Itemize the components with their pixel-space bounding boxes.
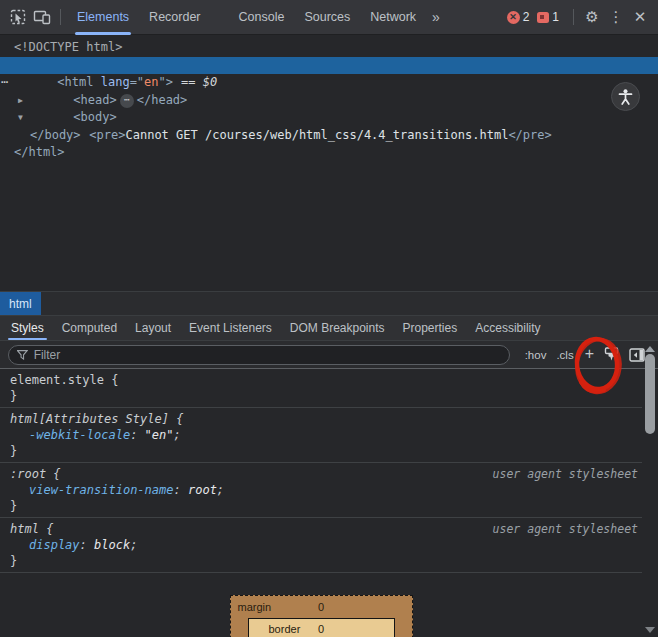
tree-node-pre[interactable]: <pre>Cannot GET /courses/web/html_css/4.… [0, 109, 658, 127]
device-toolbar-icon[interactable] [30, 5, 54, 29]
element-classes-button[interactable]: .cls [556, 349, 573, 361]
new-style-rule-button[interactable]: + [585, 345, 594, 363]
stylesheet-origin-label: user agent stylesheet [493, 521, 642, 537]
tree-node-html-close[interactable]: </html> [0, 144, 658, 162]
tab-styles[interactable]: Styles [2, 316, 53, 340]
more-tabs-icon[interactable]: » [426, 9, 446, 25]
css-property[interactable]: -webkit-locale: "en"; [10, 427, 642, 443]
tab-accessibility[interactable]: Accessibility [466, 316, 549, 340]
styles-tabbar: Styles Computed Layout Event Listeners D… [0, 316, 658, 341]
border-label: border [269, 619, 301, 637]
tree-node-body-open[interactable]: ▼<body> [0, 92, 658, 110]
error-count: 2 [523, 10, 530, 24]
style-rule-html[interactable]: html {user agent stylesheet display: blo… [0, 518, 642, 573]
tree-node-html-selected[interactable]: ⋯<html lang="en">== $0 [0, 57, 658, 75]
box-model-diagram[interactable]: margin0 border0 [230, 595, 413, 637]
tab-event-listeners[interactable]: Event Listeners [180, 316, 281, 340]
style-rule-root[interactable]: :root {user agent stylesheet view-transi… [0, 463, 642, 518]
close-icon[interactable]: ✕ [628, 5, 652, 29]
scroll-up-arrow-icon[interactable] [645, 346, 655, 352]
margin-label: margin [238, 596, 272, 618]
tree-node-head[interactable]: ▶<head>⋯</head> [0, 74, 658, 92]
style-rule-attributes[interactable]: html[Attributes Style] { -webkit-locale:… [0, 408, 642, 463]
devtools-window: Elements Recorder Console Sources Networ… [0, 0, 658, 637]
toolbar-divider [573, 9, 574, 25]
tab-computed[interactable]: Computed [53, 316, 126, 340]
tab-elements[interactable]: Elements [67, 0, 139, 35]
tab-recorder[interactable]: Recorder [139, 0, 210, 35]
issues-badge[interactable]: 1 [537, 10, 559, 24]
tab-layout[interactable]: Layout [126, 316, 180, 340]
error-icon: ✕ [507, 11, 520, 24]
breadcrumb-item-html[interactable]: html [0, 292, 41, 315]
settings-gear-icon[interactable]: ⚙ [580, 5, 604, 29]
tab-sources[interactable]: Sources [294, 0, 360, 35]
inspect-element-icon[interactable] [6, 5, 30, 29]
tab-dom-breakpoints[interactable]: DOM Breakpoints [281, 316, 394, 340]
scrollbar-thumb[interactable] [645, 354, 655, 434]
breadcrumb: html [0, 291, 658, 316]
rendering-emulations-brush-icon[interactable] [600, 344, 622, 366]
tree-node-body-close[interactable]: </body> [0, 127, 658, 145]
issues-count: 1 [552, 10, 559, 24]
style-rule-element-style[interactable]: element.style { } [0, 369, 642, 408]
tree-node-doctype[interactable]: <!DOCTYPE html> [0, 39, 658, 57]
accessibility-overlay-button[interactable] [611, 82, 640, 111]
kebab-menu-icon[interactable]: ⋮ [604, 5, 628, 29]
devtools-toolbar: Elements Recorder Console Sources Networ… [0, 0, 658, 35]
tab-network[interactable]: Network [360, 0, 426, 35]
box-model-border[interactable]: border0 [248, 618, 395, 637]
scroll-down-arrow-icon[interactable] [645, 627, 655, 633]
filter-field[interactable] [8, 345, 510, 365]
css-property[interactable]: view-transition-name: root; [10, 482, 642, 498]
issues-icon [537, 12, 549, 23]
box-model-margin[interactable]: margin0 border0 [230, 595, 413, 637]
tab-properties[interactable]: Properties [394, 316, 467, 340]
accessibility-person-icon [617, 88, 634, 106]
toolbar-divider [60, 9, 61, 25]
css-property[interactable]: display: block; [10, 537, 642, 553]
filter-funnel-icon [17, 350, 28, 360]
toggle-element-state-button[interactable]: :hov [525, 349, 547, 361]
styles-pane: element.style { } html[Attributes Style]… [0, 369, 658, 637]
filter-input[interactable] [34, 348, 501, 362]
styles-filter-bar: :hov .cls + [0, 341, 658, 369]
elements-tree: <!DOCTYPE html> ⋯<html lang="en">== $0 ▶… [0, 35, 658, 291]
styles-scrollbar[interactable] [643, 342, 657, 636]
tab-console[interactable]: Console [229, 0, 295, 35]
stylesheet-origin-label: user agent stylesheet [493, 466, 642, 482]
console-error-badge[interactable]: ✕ 2 [507, 10, 530, 24]
